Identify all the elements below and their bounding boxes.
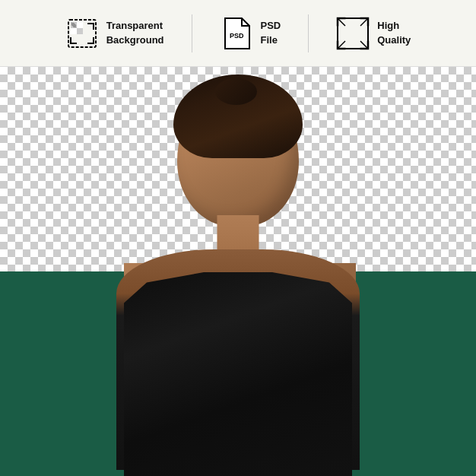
svg-rect-4 (77, 28, 83, 34)
main-image-area (0, 67, 476, 476)
transparent-bg-item: Transparent Background (65, 17, 164, 50)
svg-rect-2 (77, 22, 83, 28)
header-bar: Transparent Background PSD PSD File (0, 0, 476, 67)
svg-line-11 (360, 18, 368, 26)
high-quality-label: High Quality (377, 19, 411, 46)
portrait-container (78, 75, 398, 470)
divider-2 (308, 14, 309, 52)
svg-line-12 (338, 41, 345, 49)
svg-line-10 (338, 18, 345, 26)
high-quality-item: High Quality (336, 17, 411, 50)
psd-file-label: PSD File (261, 19, 281, 46)
high-quality-icon (336, 17, 370, 50)
svg-line-13 (360, 41, 368, 49)
hair-bun (215, 78, 257, 105)
portrait-figure (78, 75, 398, 470)
svg-rect-3 (71, 28, 77, 34)
dress (124, 272, 352, 476)
psd-file-item: PSD PSD File (220, 17, 281, 50)
transparent-bg-label: Transparent Background (106, 19, 164, 46)
transparent-bg-icon (65, 17, 99, 50)
divider-1 (192, 14, 192, 52)
psd-file-icon: PSD (220, 17, 253, 50)
svg-text:PSD: PSD (230, 32, 244, 40)
